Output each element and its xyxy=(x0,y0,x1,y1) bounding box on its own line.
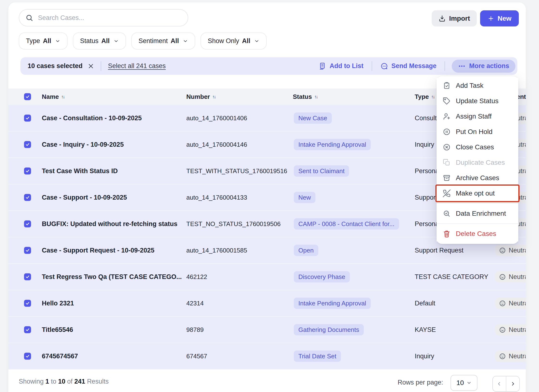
row-checkbox[interactable] xyxy=(24,115,31,122)
sort-icon: ↑↓ xyxy=(61,94,64,100)
column-header-status[interactable]: Status ↑↓ xyxy=(293,89,317,105)
bulk-actions: Add to List Send Message More actions xyxy=(317,60,515,73)
menu-item[interactable]: Data Enrichment xyxy=(437,206,518,221)
case-type: KAYSE xyxy=(415,326,436,334)
menu-item[interactable]: Archive Cases xyxy=(437,170,518,186)
case-type: Support xyxy=(415,194,438,201)
data-enrichment-icon xyxy=(443,210,451,217)
sentiment-label: Neutral xyxy=(509,353,526,360)
assign-staff-icon xyxy=(443,113,451,120)
case-number: 674567 xyxy=(186,353,207,360)
case-type: Default xyxy=(415,300,435,307)
menu-item-label: Make opt out xyxy=(456,190,495,197)
row-checkbox[interactable] xyxy=(24,300,31,307)
menu-item[interactable]: Duplicate Cases xyxy=(437,155,518,170)
new-button[interactable]: New xyxy=(480,10,519,26)
filter-pill[interactable]: Show Only All xyxy=(201,32,267,50)
search-input[interactable] xyxy=(38,14,182,22)
send-message-button[interactable]: Send Message xyxy=(379,62,438,70)
status-badge: Sent to Claimant xyxy=(294,165,349,177)
case-name: BUGFIX: Updated without re-fetching stat… xyxy=(42,220,177,228)
row-checkbox[interactable] xyxy=(24,141,31,148)
menu-item[interactable]: Put On Hold xyxy=(437,124,518,139)
menu-item-label: Close Cases xyxy=(456,143,494,151)
filter-value: All xyxy=(171,37,179,45)
selection-bar: 10 cases selected Select all 241 cases A… xyxy=(20,57,517,75)
sentiment-badge: Neutral xyxy=(495,351,526,362)
case-name: Case - Support Request - 10-09-2025 xyxy=(42,247,154,254)
menu-item[interactable]: Delete Cases xyxy=(437,226,518,241)
menu-divider xyxy=(437,203,518,204)
menu-item-label: Put On Hold xyxy=(456,128,493,136)
filter-bar: Type All Status All Sentiment All Show O… xyxy=(19,32,267,50)
table-row[interactable]: Hello 2321 42314 Intake Pending Approval… xyxy=(8,290,526,317)
select-all-checkbox[interactable] xyxy=(24,93,31,100)
sentiment-badge: Neutral xyxy=(495,271,526,283)
rows-per-page-select[interactable]: 10 xyxy=(451,375,477,391)
menu-item-label: Assign Staff xyxy=(456,113,492,120)
status-badge: Open xyxy=(294,245,318,256)
selected-count: 10 cases selected xyxy=(28,62,82,70)
filter-pill[interactable]: Sentiment All xyxy=(131,32,195,50)
table-row[interactable]: Title65546 98789 Gathering Documents KAY… xyxy=(8,317,526,343)
row-checkbox[interactable] xyxy=(24,247,31,254)
column-header-type[interactable]: Type ↑↓ xyxy=(415,89,434,105)
menu-item-label: Duplicate Cases xyxy=(456,159,505,166)
neutral-face-icon xyxy=(499,247,506,254)
row-checkbox[interactable] xyxy=(24,326,31,333)
row-checkbox[interactable] xyxy=(24,168,31,175)
table-row[interactable]: Test Regress Two Qa (TEST CASE CATEGO...… xyxy=(8,264,526,290)
filter-value: All xyxy=(101,37,110,45)
add-to-list-icon xyxy=(319,62,326,70)
import-label: Import xyxy=(449,15,470,22)
more-actions-menu: Add Task Update Status Assign Staff Put … xyxy=(437,76,518,244)
chevron-down-icon xyxy=(113,38,119,44)
menu-item[interactable]: Close Cases xyxy=(437,139,518,155)
sentiment-label: Neutral xyxy=(509,273,526,281)
menu-item[interactable]: Add Task xyxy=(437,78,518,93)
chevron-down-icon xyxy=(55,38,60,44)
delete-cases-icon xyxy=(443,230,451,238)
status-badge: Intake Pending Approval xyxy=(294,298,371,309)
row-checkbox[interactable] xyxy=(24,221,31,228)
table-footer: Showing 1 to 10 of 241 Results Rows per … xyxy=(8,370,526,392)
put-on-hold-icon xyxy=(443,128,451,136)
neutral-face-icon xyxy=(499,353,506,360)
column-header-number[interactable]: Number ↑↓ xyxy=(186,89,215,105)
status-badge: Gathering Documents xyxy=(294,324,364,335)
case-name: Case - Consultation - 10-09-2025 xyxy=(42,114,142,122)
update-status-icon xyxy=(443,97,451,105)
row-checkbox[interactable] xyxy=(24,194,31,201)
case-number: auto_14_1760004133 xyxy=(186,194,247,201)
case-name: Hello 2321 xyxy=(42,300,74,307)
select-all-link[interactable]: Select all 241 cases xyxy=(108,62,166,70)
divider xyxy=(445,61,445,71)
filter-value: All xyxy=(242,37,251,45)
case-number: 462122 xyxy=(186,273,207,281)
menu-item[interactable]: Make opt out xyxy=(437,186,518,201)
menu-item[interactable]: Assign Staff xyxy=(437,109,518,124)
filter-pill[interactable]: Type All xyxy=(19,32,68,50)
sentiment-badge: Neutral xyxy=(495,298,526,309)
column-header-name[interactable]: Name ↑↓ xyxy=(42,89,64,105)
previous-page-button[interactable] xyxy=(493,376,506,391)
menu-item-label: Delete Cases xyxy=(456,230,496,238)
rows-per-page-value: 10 xyxy=(456,379,464,387)
send-message-icon xyxy=(380,62,388,70)
more-actions-button[interactable]: More actions xyxy=(452,60,515,73)
status-badge: Intake Pending Approval xyxy=(294,139,371,150)
case-number: auto_14_1760001585 xyxy=(186,247,247,254)
clear-selection-icon[interactable] xyxy=(88,63,94,69)
row-checkbox[interactable] xyxy=(24,273,31,280)
import-button[interactable]: Import xyxy=(432,10,477,26)
sentiment-label: Neutral xyxy=(509,300,526,307)
case-type: TEST CASE CATEGORY xyxy=(415,273,488,281)
next-page-button[interactable] xyxy=(506,376,519,391)
filter-pill[interactable]: Status All xyxy=(73,32,126,50)
table-row[interactable]: 6745674567 674567 Trial Date Set Inquiry… xyxy=(8,343,526,370)
add-to-list-button[interactable]: Add to List xyxy=(317,62,365,70)
row-checkbox[interactable] xyxy=(24,353,31,360)
filter-label: Status xyxy=(80,37,99,45)
case-number: TEST_NO_STATUS_1760019506 xyxy=(186,220,281,228)
menu-item[interactable]: Update Status xyxy=(437,93,518,109)
